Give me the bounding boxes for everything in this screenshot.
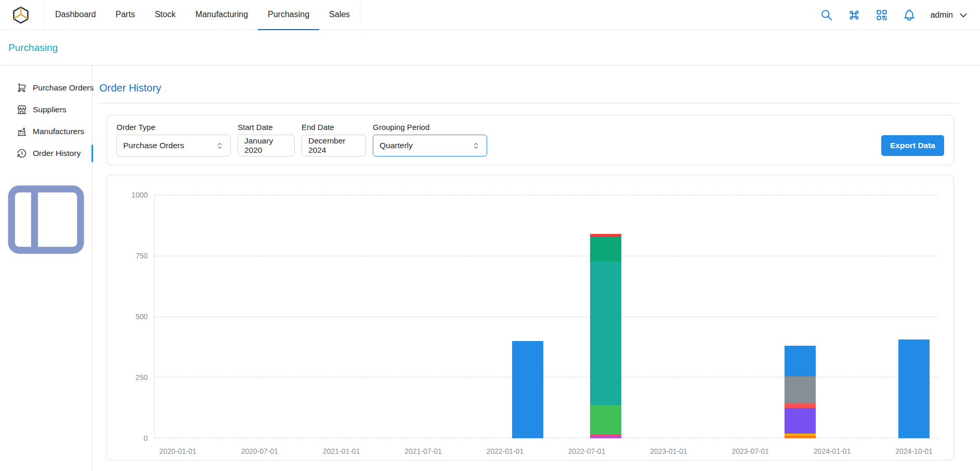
chart-plot: 1000 750 500 250 0 2020-01-01 2020-07-01… bbox=[154, 189, 938, 438]
sidebar-item-label: Order History bbox=[33, 149, 81, 158]
y-tick-label: 750 bbox=[136, 252, 148, 260]
sidebar-item-manufacturers[interactable]: Manufacturers bbox=[0, 121, 92, 142]
sidebar-item-label: Suppliers bbox=[33, 105, 67, 114]
selector-up-down-icon bbox=[215, 141, 224, 150]
x-axis-labels: 2020-01-01 2020-07-01 2021-01-01 2021-07… bbox=[154, 447, 938, 455]
tab-purchasing[interactable]: Purchasing bbox=[258, 0, 319, 30]
x-tick-label: 2024-01-01 bbox=[807, 447, 857, 455]
x-tick-label: 2024-10-01 bbox=[889, 447, 939, 455]
bar-segment bbox=[785, 403, 816, 408]
sidebar-item-label: Manufacturers bbox=[33, 127, 84, 136]
order-type-field: Order Type Purchase Orders bbox=[116, 123, 231, 156]
stacked-bar-3 bbox=[898, 339, 930, 438]
chart-card: 1000 750 500 250 0 2020-01-01 2020-07-01… bbox=[107, 175, 954, 461]
app-logo-icon[interactable] bbox=[11, 6, 30, 24]
bar-segment bbox=[785, 346, 816, 376]
start-date-value: January 2020 bbox=[244, 136, 288, 155]
end-date-input[interactable]: December 2024 bbox=[302, 135, 366, 156]
x-tick-label: 2022-07-01 bbox=[562, 447, 612, 455]
gridline bbox=[154, 377, 938, 377]
stacked-bar-0 bbox=[512, 341, 543, 438]
x-tick-label: 2020-01-01 bbox=[153, 447, 203, 455]
grouping-period-select[interactable]: Quarterly bbox=[373, 135, 487, 156]
top-navbar: Dashboard Parts Stock Manufacturing Purc… bbox=[0, 0, 980, 30]
bar-segment bbox=[785, 436, 816, 438]
purchasing-sidebar: Purchase Orders Suppliers bbox=[0, 66, 93, 471]
bar-segment bbox=[785, 408, 816, 434]
grouping-period-field: Grouping Period Quarterly bbox=[373, 123, 487, 156]
x-tick-label: 2023-07-01 bbox=[725, 447, 775, 455]
end-date-field: End Date December 2024 bbox=[302, 123, 366, 156]
grouping-period-label: Grouping Period bbox=[373, 123, 487, 132]
stacked-bar-2 bbox=[785, 346, 816, 438]
sidebar-collapse-icon[interactable] bbox=[0, 174, 92, 266]
sidebar-item-purchase-orders[interactable]: Purchase Orders bbox=[0, 77, 92, 99]
stacked-bar-1 bbox=[590, 234, 621, 438]
y-tick-label: 0 bbox=[143, 434, 148, 442]
qr-code-icon[interactable] bbox=[875, 8, 888, 22]
gridline bbox=[154, 256, 938, 256]
start-date-label: Start Date bbox=[238, 123, 295, 132]
tab-manufacturing[interactable]: Manufacturing bbox=[186, 0, 258, 30]
chevron-down-icon bbox=[958, 10, 969, 20]
end-date-value: December 2024 bbox=[308, 136, 359, 155]
chart-gridlines bbox=[154, 195, 938, 438]
factory-icon bbox=[17, 126, 27, 137]
y-tick-label: 250 bbox=[136, 373, 148, 382]
x-tick-label: 2023-01-01 bbox=[644, 447, 694, 455]
y-axis-labels: 1000 750 500 250 0 bbox=[124, 195, 148, 438]
order-history-chart: 1000 750 500 250 0 2020-01-01 2020-07-01… bbox=[121, 182, 940, 456]
start-date-field: Start Date January 2020 bbox=[238, 123, 295, 156]
gridline bbox=[154, 317, 938, 317]
page-title: Order History bbox=[99, 82, 959, 94]
export-data-button[interactable]: Export Data bbox=[881, 135, 944, 156]
gridline bbox=[154, 438, 938, 438]
x-tick-label: 2022-01-01 bbox=[480, 447, 530, 455]
bell-icon[interactable] bbox=[903, 8, 916, 22]
title-divider bbox=[98, 103, 959, 103]
y-tick-label: 1000 bbox=[132, 191, 148, 199]
breadcrumb-bar: Purchasing bbox=[0, 30, 980, 66]
command-icon[interactable] bbox=[847, 8, 861, 22]
x-tick-label: 2021-07-01 bbox=[398, 447, 448, 455]
order-type-value: Purchase Orders bbox=[123, 141, 184, 150]
bar-segment bbox=[512, 341, 543, 438]
x-tick-label: 2021-01-01 bbox=[317, 447, 367, 455]
y-tick-label: 500 bbox=[136, 312, 148, 321]
bar-segment bbox=[785, 376, 816, 403]
content-area: Purchase Orders Suppliers bbox=[0, 66, 980, 471]
bar-segment bbox=[590, 237, 621, 261]
navbar-actions: admin bbox=[820, 8, 969, 22]
building-store-icon bbox=[17, 104, 27, 115]
grouping-period-value: Quarterly bbox=[380, 141, 413, 150]
y-axis-line bbox=[154, 195, 154, 438]
bar-segment bbox=[898, 339, 930, 438]
shopping-cart-icon bbox=[17, 83, 27, 93]
sidebar-item-order-history[interactable]: Order History bbox=[0, 142, 92, 164]
search-icon[interactable] bbox=[820, 8, 833, 22]
order-type-label: Order Type bbox=[116, 123, 231, 132]
username-label: admin bbox=[930, 10, 953, 20]
selector-up-down-icon bbox=[472, 141, 480, 150]
tab-sales[interactable]: Sales bbox=[319, 0, 360, 30]
start-date-input[interactable]: January 2020 bbox=[238, 135, 295, 156]
sidebar-item-label: Purchase Orders bbox=[33, 83, 94, 93]
main-nav-tabs: Dashboard Parts Stock Manufacturing Purc… bbox=[45, 0, 360, 30]
tab-stock[interactable]: Stock bbox=[145, 0, 186, 30]
bar-segment bbox=[590, 261, 621, 405]
x-tick-label: 2020-07-01 bbox=[234, 447, 284, 455]
breadcrumb[interactable]: Purchasing bbox=[8, 42, 58, 54]
sidebar-item-suppliers[interactable]: Suppliers bbox=[0, 99, 92, 121]
bar-segment bbox=[590, 436, 621, 438]
filter-card: Order Type Purchase Orders Start Date Ja… bbox=[107, 115, 954, 165]
user-menu[interactable]: admin bbox=[930, 10, 969, 20]
tab-dashboard[interactable]: Dashboard bbox=[45, 0, 106, 30]
tab-parts[interactable]: Parts bbox=[106, 0, 145, 30]
order-type-select[interactable]: Purchase Orders bbox=[116, 135, 231, 156]
history-icon bbox=[17, 148, 27, 159]
bar-segment bbox=[590, 405, 621, 434]
end-date-label: End Date bbox=[302, 123, 366, 132]
order-history-panel: Order History Order Type Purchase Orders… bbox=[93, 66, 980, 471]
gridline bbox=[154, 195, 938, 195]
